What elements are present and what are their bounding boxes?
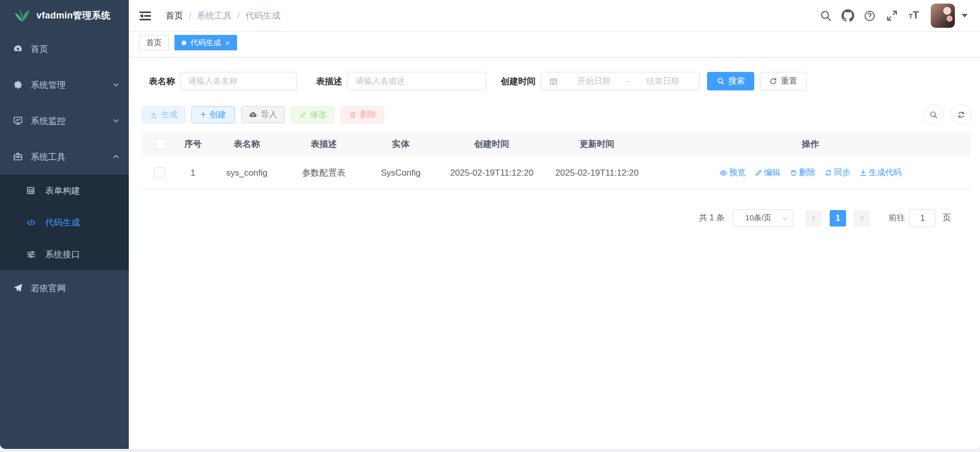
sidebar-item-home[interactable]: 首页 xyxy=(0,31,129,67)
search-button[interactable]: 搜索 xyxy=(707,72,754,90)
sidebar-item-system-management[interactable]: 系统管理 xyxy=(0,67,129,103)
breadcrumb-separator: / xyxy=(238,11,240,21)
column-header-update-time: 更新时间 xyxy=(544,138,650,150)
sync-icon xyxy=(825,169,832,177)
chevron-right-icon xyxy=(858,215,866,222)
sidebar-item-label: 首页 xyxy=(31,43,48,55)
tab-home[interactable]: 首页 xyxy=(139,35,169,50)
goto-page-input[interactable] xyxy=(909,209,936,227)
page-unit-label: 页 xyxy=(943,213,951,223)
sidebar-toggle-button[interactable] xyxy=(140,11,151,21)
table-desc-label: 表描述 xyxy=(309,76,342,87)
codegen-table: 序号 表名称 表描述 实体 创建时间 更新时间 操作 1 sys_config … xyxy=(142,131,971,190)
date-range-picker[interactable]: 开始日期 - 结束日期 xyxy=(541,72,700,90)
delete-label: 删除 xyxy=(799,167,815,178)
sidebar-item-label: 表单构建 xyxy=(45,185,80,197)
sidebar-item-system-monitor[interactable]: 系统监控 xyxy=(0,103,129,139)
delete-button-label: 删除 xyxy=(360,109,377,120)
column-header-name: 表名称 xyxy=(208,138,285,150)
select-all-cell xyxy=(142,139,178,149)
logo-plant-icon xyxy=(14,8,30,23)
search-button-label: 搜索 xyxy=(729,76,745,87)
total-count: 共 1 条 xyxy=(699,213,724,223)
row-entity: SysConfig xyxy=(362,168,439,178)
edit-button-label: 修改 xyxy=(310,109,327,120)
delete-button[interactable]: 删除 xyxy=(341,106,384,123)
next-page-button[interactable] xyxy=(854,210,870,227)
page-number-button[interactable]: 1 xyxy=(830,210,846,227)
page-size-select[interactable]: 10条/页 xyxy=(733,210,793,227)
refresh-button[interactable] xyxy=(951,104,971,125)
download-icon xyxy=(150,111,158,119)
cloud-upload-icon xyxy=(249,110,257,119)
search-icon[interactable] xyxy=(819,9,832,23)
row-checkbox[interactable] xyxy=(154,167,165,178)
date-separator: - xyxy=(623,77,634,86)
main-area: 首页 / 系统工具 / 代码生成 xyxy=(129,0,980,449)
sidebar-item-form-builder[interactable]: 表单构建 xyxy=(0,175,129,206)
select-all-checkbox[interactable] xyxy=(154,139,165,149)
edit-link[interactable]: 编辑 xyxy=(755,167,780,178)
breadcrumb-item-system-tools: 系统工具 xyxy=(197,10,232,22)
row-select-cell xyxy=(142,167,178,178)
column-header-description: 表描述 xyxy=(285,138,362,150)
monitor-icon xyxy=(13,116,23,126)
hide-search-button[interactable] xyxy=(923,104,944,125)
sidebar-item-official-site[interactable]: 若依官网 xyxy=(0,270,129,306)
sidebar-item-label: 系统工具 xyxy=(31,151,66,163)
caret-down-icon[interactable] xyxy=(962,14,968,17)
avatar[interactable] xyxy=(931,4,955,28)
import-button[interactable]: 导入 xyxy=(241,106,285,123)
edit-button[interactable]: 修改 xyxy=(291,106,335,123)
breadcrumb-item-home[interactable]: 首页 xyxy=(166,10,183,22)
tags-view: 首页 代码生成 × xyxy=(129,32,980,58)
generate-button[interactable]: 生成 xyxy=(142,106,185,123)
tab-code-generation[interactable]: 代码生成 × xyxy=(174,35,237,50)
fullscreen-icon[interactable] xyxy=(885,9,898,23)
active-dot xyxy=(182,41,186,45)
sidebar-item-label: 系统接口 xyxy=(45,249,80,260)
page-content: 表名称 表描述 创建时间 开始日期 - 结束日期 xyxy=(129,58,980,449)
font-size-icon[interactable]: TT xyxy=(907,9,920,23)
chevron-down-icon xyxy=(112,81,120,88)
chevron-left-icon xyxy=(810,215,817,222)
create-button[interactable]: + 创建 xyxy=(191,106,235,123)
app-logo[interactable]: vfadmin管理系统 xyxy=(0,0,129,31)
sidebar-item-label: 代码生成 xyxy=(45,217,80,229)
toolbox-icon xyxy=(13,152,23,162)
chevron-down-icon xyxy=(112,117,120,124)
code-icon xyxy=(26,217,36,228)
delete-link[interactable]: 删除 xyxy=(790,167,815,178)
row-create-time: 2025-02-19T11:12:20 xyxy=(439,168,544,178)
chevron-up-icon xyxy=(112,153,120,160)
prev-page-button[interactable] xyxy=(806,210,822,227)
pen-icon xyxy=(299,111,307,119)
close-icon[interactable]: × xyxy=(225,39,230,47)
sidebar-item-system-api[interactable]: 系统接口 xyxy=(0,238,129,270)
table-desc-input[interactable] xyxy=(347,72,486,90)
generate-code-link[interactable]: 生成代码 xyxy=(859,167,901,178)
reset-button-label: 重置 xyxy=(781,76,797,87)
help-icon[interactable] xyxy=(863,9,876,23)
goto-label: 前往 xyxy=(889,213,905,223)
start-date-placeholder[interactable]: 开始日期 xyxy=(565,76,623,87)
preview-link[interactable]: 预览 xyxy=(719,167,746,178)
column-header-entity: 实体 xyxy=(362,138,439,150)
github-icon[interactable] xyxy=(841,9,854,23)
toolbar: 生成 + 创建 导入 修改 xyxy=(142,104,971,125)
row-operations: 预览 编辑 xyxy=(650,167,971,178)
dashboard-icon xyxy=(13,44,23,54)
sync-link[interactable]: 同步 xyxy=(825,167,850,178)
sidebar-item-system-tools[interactable]: 系统工具 xyxy=(0,139,129,175)
end-date-placeholder[interactable]: 结束日期 xyxy=(634,76,692,87)
table-tools xyxy=(923,104,971,125)
refresh-icon xyxy=(769,77,777,85)
sidebar-item-code-generation[interactable]: 代码生成 xyxy=(0,206,129,238)
reset-button[interactable]: 重置 xyxy=(760,72,807,90)
sync-label: 同步 xyxy=(834,167,850,178)
sidebar-menu: 首页 系统管理 xyxy=(0,31,129,306)
edit-label: 编辑 xyxy=(764,167,780,178)
create-time-label: 创建时间 xyxy=(499,76,536,87)
table-name-input[interactable] xyxy=(180,72,297,90)
import-button-label: 导入 xyxy=(261,109,277,120)
